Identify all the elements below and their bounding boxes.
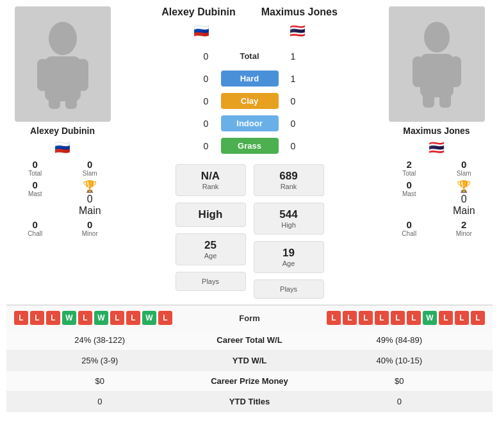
right-age-box: 19 Age xyxy=(254,241,324,273)
stats-row-right-3: 0 xyxy=(314,397,486,406)
svg-rect-9 xyxy=(450,56,461,87)
left-chall-stat: 0 Chall xyxy=(9,219,61,237)
left-age-box: 25 Age xyxy=(176,233,246,265)
total-score-right: 1 xyxy=(284,51,303,62)
total-score-left: 0 xyxy=(197,51,216,62)
left-player-photo xyxy=(15,6,111,122)
right-player-photo xyxy=(389,6,485,122)
stats-row-left-3: 0 xyxy=(14,397,186,406)
svg-rect-11 xyxy=(439,94,451,108)
clay-badge: Clay xyxy=(221,93,279,109)
right-rank-box: 689 Rank xyxy=(254,164,324,196)
svg-rect-4 xyxy=(49,96,60,109)
trophy-icon-left: 🏆 xyxy=(83,179,97,194)
left-rank-box: N/A Rank xyxy=(176,164,246,196)
hard-score-right: 1 xyxy=(284,74,303,84)
form-badge-l: L xyxy=(343,311,357,325)
stats-row-3: 0 YTD Titles 0 xyxy=(6,392,493,412)
form-badge-l: L xyxy=(375,311,389,325)
form-badge-l: L xyxy=(30,311,44,325)
surface-row-grass: 0 Grass 0 xyxy=(121,135,378,157)
form-badge-l: L xyxy=(46,311,60,325)
right-slam-stat: 0 Slam xyxy=(438,159,491,177)
left-plays-box: Plays xyxy=(176,272,246,291)
grass-badge: Grass xyxy=(221,138,279,154)
left-trophy: 🏆 0 Main xyxy=(64,179,117,217)
form-badge-l: L xyxy=(78,311,92,325)
left-player-name: Alexey Dubinin xyxy=(30,126,95,136)
left-slam-stat: 0 Slam xyxy=(64,159,117,177)
stats-row-left-0: 24% (38-122) xyxy=(14,335,186,345)
form-badge-w: W xyxy=(94,311,108,325)
svg-rect-2 xyxy=(37,59,49,91)
center-stats-area: Alexey Dubinin Maximus Jones 🇷🇺 🇹🇭 xyxy=(121,6,378,301)
stats-row-2: $0 Career Prize Money $0 xyxy=(6,371,493,392)
stats-row-1: 25% (3-9) YTD W/L 40% (10-15) xyxy=(6,351,493,371)
right-player-stats: 2 Total 0 Slam 0 Mast 🏆 0 Main 0 xyxy=(380,156,493,240)
stats-row-label-0: Career Total W/L xyxy=(186,335,314,345)
stats-row-label-2: Career Prize Money xyxy=(186,376,314,386)
right-minor-stat: 2 Minor xyxy=(438,219,491,237)
right-form-badges: LLLLLLWLLL xyxy=(327,311,485,325)
form-badge-w: W xyxy=(423,311,437,325)
form-badge-l: L xyxy=(110,311,124,325)
form-badge-l: L xyxy=(407,311,421,325)
form-badge-l: L xyxy=(471,311,485,325)
form-badge-l: L xyxy=(391,311,405,325)
surfaces-container: 0 Total 1 0 Hard 1 0 Clay 0 0 xyxy=(121,45,378,157)
svg-rect-3 xyxy=(77,59,88,91)
svg-rect-7 xyxy=(420,54,454,97)
svg-point-6 xyxy=(424,22,450,53)
right-chall-stat: 0 Chall xyxy=(383,219,436,237)
form-badge-l: L xyxy=(126,311,140,325)
stats-row-0: 24% (38-122) Career Total W/L 49% (84-89… xyxy=(6,330,493,351)
form-badge-w: W xyxy=(142,311,156,325)
svg-rect-5 xyxy=(65,96,77,109)
form-badge-l: L xyxy=(158,311,172,325)
right-player-card: Maximus Jones 🇹🇭 2 Total 0 Slam 0 Mast xyxy=(380,6,493,240)
form-badge-l: L xyxy=(359,311,373,325)
stats-table-container: 24% (38-122) Career Total W/L 49% (84-89… xyxy=(6,330,493,412)
svg-rect-8 xyxy=(413,56,423,87)
right-mast-stat: 0 Mast xyxy=(383,179,436,217)
hard-badge: Hard xyxy=(221,71,279,87)
total-badge: Total xyxy=(221,48,279,64)
stats-row-label-3: YTD Titles xyxy=(186,397,314,406)
stats-row-right-1: 40% (10-15) xyxy=(314,356,486,365)
svg-point-0 xyxy=(49,22,77,55)
left-player-card: Alexey Dubinin 🇷🇺 0 Total 0 Slam 0 Mast xyxy=(6,6,119,240)
left-player-flag: 🇷🇺 xyxy=(54,140,70,155)
indoor-score-right: 0 xyxy=(284,119,303,129)
stats-row-right-0: 49% (84-89) xyxy=(314,335,486,345)
hard-score-left: 0 xyxy=(197,74,216,84)
stats-row-left-2: $0 xyxy=(14,376,186,386)
right-player-flag: 🇹🇭 xyxy=(429,140,445,155)
clay-score-left: 0 xyxy=(197,96,216,106)
form-badge-l: L xyxy=(14,311,28,325)
stats-row-left-1: 25% (3-9) xyxy=(14,356,186,365)
right-plays-box: Plays xyxy=(254,279,324,299)
left-minor-stat: 0 Minor xyxy=(64,219,117,237)
stats-row-right-2: $0 xyxy=(314,376,486,386)
right-total-stat: 2 Total xyxy=(383,159,436,177)
surface-row-indoor: 0 Indoor 0 xyxy=(121,112,378,135)
clay-score-right: 0 xyxy=(284,96,303,106)
right-player-name: Maximus Jones xyxy=(403,126,470,136)
left-player-stats: 0 Total 0 Slam 0 Mast 🏆 0 Main 0 xyxy=(6,156,119,240)
form-label: Form xyxy=(224,313,275,323)
grass-score-left: 0 xyxy=(197,141,216,151)
indoor-badge: Indoor xyxy=(221,115,279,131)
left-name-top: Alexey Dubinin xyxy=(161,6,236,18)
trophy-icon-right: 🏆 xyxy=(457,179,471,194)
form-badge-l: L xyxy=(455,311,469,325)
right-trophy: 🏆 0 Main xyxy=(438,179,491,217)
left-total-stat: 0 Total xyxy=(9,159,61,177)
left-flag-top: 🇷🇺 xyxy=(167,23,237,38)
left-high-box: High xyxy=(176,203,246,227)
surface-row-clay: 0 Clay 0 xyxy=(121,90,378,112)
svg-rect-1 xyxy=(45,56,81,101)
surface-row-total: 0 Total 1 xyxy=(121,45,378,67)
form-section: LLLWLWLLWL Form LLLLLLWLLL xyxy=(6,304,493,330)
form-badge-l: L xyxy=(439,311,453,325)
left-mast-stat: 0 Mast xyxy=(9,179,61,217)
